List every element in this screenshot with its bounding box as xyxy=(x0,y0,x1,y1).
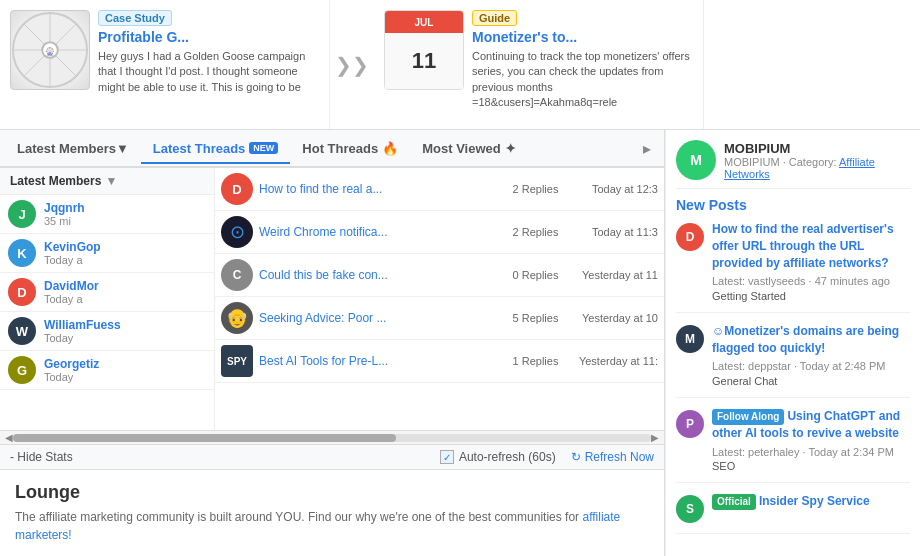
star-icon: ✦ xyxy=(505,141,516,156)
horizontal-scrollbar[interactable]: ◀ ▶ xyxy=(0,430,664,444)
thread-replies: 2 Replies xyxy=(503,183,568,195)
mobipium-meta: MOBIPIUM · Category: Affiliate Networks xyxy=(724,156,910,180)
list-item[interactable]: G Georgetiz Today xyxy=(0,351,214,390)
banner-arrow[interactable]: ❯❯ xyxy=(330,0,374,129)
list-item[interactable]: J Jqgnrh 35 mi xyxy=(0,195,214,234)
thread-replies: 1 Replies xyxy=(503,355,568,367)
affiliate-marketers-link[interactable]: affiliate marketers! xyxy=(15,510,620,542)
new-badge: NEW xyxy=(249,142,278,154)
avatar: J xyxy=(8,200,36,228)
avatar: M xyxy=(676,325,704,353)
list-item[interactable]: D DavidMor Today a xyxy=(0,273,214,312)
post-content: Follow AlongUsing ChatGPT and other AI t… xyxy=(712,408,910,472)
refresh-now-button[interactable]: ↻ Refresh Now xyxy=(571,450,654,464)
cal-month: JUL xyxy=(385,11,463,33)
post-content: ☺Monetizer's domains are being flagged t… xyxy=(712,323,910,387)
mobipium-info: MOBIPIUM MOBIPIUM · Category: Affiliate … xyxy=(724,141,910,180)
scroll-left-arrow[interactable]: ◀ xyxy=(5,432,13,443)
members-column: Latest Members ▼ J Jqgnrh 35 mi K KevinG… xyxy=(0,168,215,430)
member-info: Jqgnrh 35 mi xyxy=(44,201,85,227)
members-header[interactable]: Latest Members ▼ xyxy=(0,168,214,195)
scroll-track[interactable] xyxy=(13,434,651,442)
banner-card-2[interactable]: JUL 11 Guide Monetizer's to... Continuin… xyxy=(374,0,704,129)
latest-threads-label: Latest Threads xyxy=(153,141,245,156)
members-header-label: Latest Members xyxy=(10,174,101,188)
official-badge: Official xyxy=(712,494,756,510)
thread-title: Weird Chrome notifica... xyxy=(259,225,503,239)
guide-tag: Guide xyxy=(472,10,517,26)
list-item[interactable]: M ☺Monetizer's domains are being flagged… xyxy=(676,323,910,398)
svg-text:🎡: 🎡 xyxy=(45,46,55,56)
auto-refresh-toggle[interactable]: ✓ Auto-refresh (60s) xyxy=(440,450,556,464)
members-chevron-icon: ▼ xyxy=(105,174,117,188)
checkmark-icon: ✓ xyxy=(443,452,451,463)
table-row[interactable]: C Could this be fake con... 0 Replies Ye… xyxy=(215,254,664,297)
tab-hot-threads[interactable]: Hot Threads 🔥 xyxy=(290,135,410,164)
thread-time: Today at 12:3 xyxy=(568,183,658,195)
member-info: WilliamFuess Today xyxy=(44,318,121,344)
avatar: D xyxy=(8,278,36,306)
post-category: SEO xyxy=(712,460,910,472)
thread-time: Yesterday at 11: xyxy=(568,355,658,367)
banner-card-2-title: Monetizer's to... xyxy=(472,29,693,45)
member-name: DavidMor xyxy=(44,279,99,293)
hide-stats-button[interactable]: - Hide Stats xyxy=(10,450,73,464)
new-posts-title: New Posts xyxy=(676,197,910,213)
post-meta: Latest: deppstar · Today at 2:48 PM xyxy=(712,359,910,374)
list-item[interactable]: W WilliamFuess Today xyxy=(0,312,214,351)
table-row[interactable]: ⊙ Weird Chrome notifica... 2 Replies Tod… xyxy=(215,211,664,254)
thread-info: Weird Chrome notifica... xyxy=(259,225,503,239)
bottom-bar: - Hide Stats ✓ Auto-refresh (60s) ↻ Refr… xyxy=(0,444,664,469)
avatar: ⊙ xyxy=(221,216,253,248)
tab-more-button[interactable]: ▸ xyxy=(635,139,659,158)
tab-latest-members[interactable]: Latest Members ▼ xyxy=(5,135,141,164)
banner-card-1-text: Hey guys I had a Golden Goose campaign t… xyxy=(98,49,319,95)
tabs-row: Latest Members ▼ Latest Threads NEW Hot … xyxy=(0,130,664,168)
lounge-section: Lounge The affiliate marketing community… xyxy=(0,469,664,556)
avatar: G xyxy=(8,356,36,384)
banner-card-1[interactable]: 🎡 Case Study Profitable G... Hey guys I … xyxy=(0,0,330,129)
post-title: How to find the real advertiser's offer … xyxy=(712,221,910,271)
latest-members-label: Latest Members xyxy=(17,141,116,156)
member-info: Georgetiz Today xyxy=(44,357,99,383)
mobipium-avatar: M xyxy=(676,140,716,180)
member-time: Today xyxy=(44,332,121,344)
thread-replies: 5 Replies xyxy=(503,312,568,324)
most-viewed-label: Most Viewed xyxy=(422,141,501,156)
chevron-down-icon: ▼ xyxy=(116,141,129,156)
member-time: Today xyxy=(44,371,99,383)
member-name: WilliamFuess xyxy=(44,318,121,332)
post-title: ☺Monetizer's domains are being flagged t… xyxy=(712,323,910,357)
tab-latest-threads[interactable]: Latest Threads NEW xyxy=(141,135,290,164)
post-title: OfficialInsider Spy Service xyxy=(712,493,910,510)
list-item[interactable]: K KevinGop Today a xyxy=(0,234,214,273)
list-item[interactable]: D How to find the real advertiser's offe… xyxy=(676,221,910,313)
table-row[interactable]: 👴 Seeking Advice: Poor ... 5 Replies Yes… xyxy=(215,297,664,340)
lounge-description: The affiliate marketing community is bui… xyxy=(15,508,649,544)
table-row[interactable]: D How to find the real a... 2 Replies To… xyxy=(215,168,664,211)
scroll-right-arrow[interactable]: ▶ xyxy=(651,432,659,443)
member-info: KevinGop Today a xyxy=(44,240,101,266)
avatar: C xyxy=(221,259,253,291)
refresh-now-label: Refresh Now xyxy=(585,450,654,464)
member-name: Jqgnrh xyxy=(44,201,85,215)
banner-card-1-content: Case Study Profitable G... Hey guys I ha… xyxy=(90,10,319,95)
member-name: KevinGop xyxy=(44,240,101,254)
thread-title: How to find the real a... xyxy=(259,182,503,196)
avatar: S xyxy=(676,495,704,523)
post-content: How to find the real advertiser's offer … xyxy=(712,221,910,302)
calendar-image: JUL 11 xyxy=(384,10,464,90)
thread-time: Yesterday at 10 xyxy=(568,312,658,324)
thread-time: Yesterday at 11 xyxy=(568,269,658,281)
thread-info: How to find the real a... xyxy=(259,182,503,196)
avatar: 👴 xyxy=(221,302,253,334)
scroll-thumb[interactable] xyxy=(13,434,396,442)
refresh-icon: ↻ xyxy=(571,450,581,464)
list-item[interactable]: P Follow AlongUsing ChatGPT and other AI… xyxy=(676,408,910,483)
auto-refresh-checkbox[interactable]: ✓ xyxy=(440,450,454,464)
tab-most-viewed[interactable]: Most Viewed ✦ xyxy=(410,135,528,164)
main-layout: Latest Members ▼ Latest Threads NEW Hot … xyxy=(0,130,920,556)
list-item[interactable]: S OfficialInsider Spy Service xyxy=(676,493,910,534)
post-meta: Latest: vastlyseeds · 47 minutes ago xyxy=(712,274,910,289)
table-row[interactable]: SPY Best AI Tools for Pre-L... 1 Replies… xyxy=(215,340,664,383)
